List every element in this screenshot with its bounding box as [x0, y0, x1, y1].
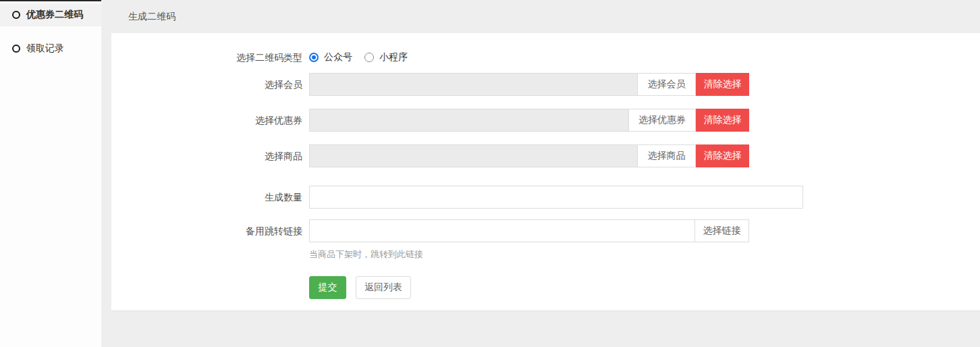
coupon-label: 选择优惠券	[111, 109, 309, 132]
coupon-input-group: 选择优惠券 清除选择	[309, 109, 749, 132]
form-row-coupon: 选择优惠券 选择优惠券 清除选择	[111, 109, 980, 132]
fallback-link-help-text: 当商品下架时，跳转到此链接	[309, 249, 749, 260]
circle-icon	[12, 45, 20, 53]
member-input	[309, 73, 638, 96]
radio-checked-icon	[309, 53, 319, 62]
goods-label: 选择商品	[111, 144, 309, 167]
qr-type-radio-group: 公众号 小程序	[309, 49, 408, 65]
select-member-button[interactable]: 选择会员	[637, 73, 696, 96]
form-row-member: 选择会员 选择会员 清除选择	[111, 73, 980, 96]
main-area: 生成二维码 选择二维码类型 公众号 小程序 选择会员 选择会员 清除选择	[101, 0, 980, 347]
fallback-link-input[interactable]	[309, 219, 695, 242]
select-coupon-button[interactable]: 选择优惠券	[628, 109, 696, 132]
sidebar-item-coupon-qrcode[interactable]: 优惠券二维码	[0, 3, 101, 26]
form-row-quantity: 生成数量	[111, 186, 980, 209]
fallback-link-label: 备用跳转链接	[111, 219, 309, 242]
goods-input	[309, 144, 638, 167]
clear-goods-button[interactable]: 清除选择	[696, 144, 749, 167]
radio-label: 公众号	[324, 51, 352, 63]
circle-icon	[12, 11, 20, 19]
quantity-label: 生成数量	[111, 186, 309, 209]
radio-unchecked-icon	[364, 53, 374, 62]
member-input-group: 选择会员 清除选择	[309, 73, 749, 96]
sidebar-item-label: 领取记录	[26, 43, 64, 55]
member-label: 选择会员	[111, 73, 309, 96]
sidebar-top-divider	[0, 0, 101, 1]
form-panel: 选择二维码类型 公众号 小程序 选择会员 选择会员 清除选择 选择优惠	[111, 33, 980, 311]
quantity-input-group	[309, 186, 803, 209]
form-actions: 提交 返回列表	[309, 276, 980, 299]
radio-official-account[interactable]: 公众号	[309, 51, 352, 63]
back-to-list-button[interactable]: 返回列表	[356, 276, 411, 299]
sidebar-item-claim-records[interactable]: 领取记录	[0, 37, 101, 60]
form-row-fallback-link: 备用跳转链接 选择链接 当商品下架时，跳转到此链接	[111, 219, 980, 260]
clear-member-button[interactable]: 清除选择	[696, 73, 749, 96]
quantity-input[interactable]	[309, 186, 803, 209]
qr-type-label: 选择二维码类型	[111, 49, 309, 65]
select-goods-button[interactable]: 选择商品	[637, 144, 696, 167]
radio-mini-program[interactable]: 小程序	[364, 51, 408, 63]
form-row-goods: 选择商品 选择商品 清除选择	[111, 144, 980, 167]
goods-input-group: 选择商品 清除选择	[309, 144, 749, 167]
submit-button[interactable]: 提交	[309, 276, 346, 299]
form-row-qr-type: 选择二维码类型 公众号 小程序	[111, 49, 980, 65]
page-header: 生成二维码	[101, 0, 980, 33]
radio-label: 小程序	[379, 51, 408, 63]
sidebar-item-label: 优惠券二维码	[26, 9, 83, 21]
fallback-link-field: 选择链接 当商品下架时，跳转到此链接	[309, 219, 749, 260]
page-title: 生成二维码	[128, 11, 175, 22]
select-link-button[interactable]: 选择链接	[695, 219, 749, 242]
fallback-link-input-group: 选择链接	[309, 219, 749, 242]
sidebar: 优惠券二维码 领取记录	[0, 0, 101, 347]
coupon-input	[309, 109, 629, 132]
clear-coupon-button[interactable]: 清除选择	[696, 109, 749, 132]
